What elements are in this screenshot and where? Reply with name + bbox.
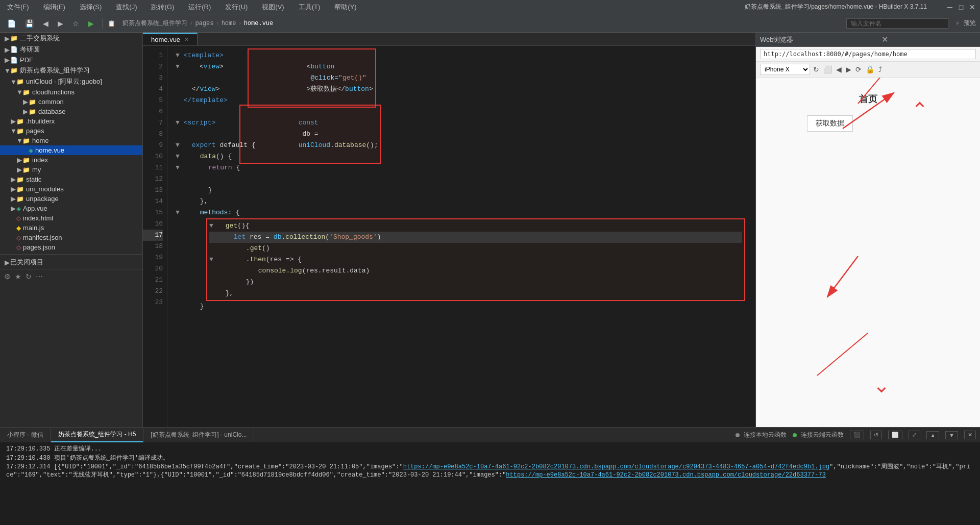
tab-close-icon[interactable]: ✕ [184,36,189,43]
browser-url-input[interactable] [760,49,976,59]
arrow-line-2 [817,333,868,376]
sidebar-item-app-vue[interactable]: ▶ ◈ App.vue [0,204,142,213]
sidebar-item-manifest-json[interactable]: ▶ ◇ manifest.json [0,233,142,242]
maximize-button[interactable]: □ [958,4,965,11]
sidebar-item-unpackage[interactable]: ▶ 📁 unpackage [0,194,142,204]
code-line-22: ▼ }, [209,288,742,299]
code-content[interactable]: ▼ <template> ▼ <view> ▼ <button @click="… [167,46,755,427]
sidebar-item-unicloud[interactable]: ▼ 📁 uniCloud - [阿里云:guobo] [0,76,142,87]
bookmark-button[interactable]: ☆ [69,17,82,30]
breadcrumb-file[interactable]: home.vue [244,20,274,27]
expand-button[interactable]: ⤢ [909,431,920,439]
back-button[interactable]: ◀ [40,17,52,30]
browser-close-button[interactable]: ✕ [881,35,888,44]
menu-find[interactable]: 查找(J) [113,2,140,13]
file-search-input[interactable] [846,18,948,29]
collapse-down-button[interactable]: ▼ [945,431,958,439]
sidebar-item-static[interactable]: ▶ 📁 static [0,174,142,184]
minimize-button[interactable]: ─ [946,4,953,11]
sidebar-more-icon[interactable]: ⋯ [36,272,43,281]
arrow-head-2 [877,384,886,393]
collapse-up-button[interactable]: ▲ [926,431,939,439]
sidebar-item-考研圆[interactable]: ▶ 📄 考研圆 [0,44,142,55]
app-title: 奶茶点餐系统_组件学习/pages/home/home.vue - HBuild… [742,2,930,12]
code-line-15: ▼ methods: { [176,207,755,218]
toolbar: 📄 💾 ◀ ▶ ☆ ▶ 📋 奶茶点餐系统_组件学习 › pages › home… [0,14,980,33]
menu-select[interactable]: 选择(S) [77,2,105,13]
preview-button[interactable]: 预览 [964,19,976,28]
code-block-get: ▼ get(){ ▼ let res = db.collection('Shop… [176,218,755,312]
stop-button[interactable]: ⬛ [850,431,864,439]
browser-lock-icon[interactable]: 🔒 [865,64,875,74]
breadcrumb-home[interactable]: home [222,20,236,27]
sidebar-item-main-js[interactable]: ▶ ◆ main.js [0,223,142,233]
menu-edit[interactable]: 编辑(E) [40,2,68,13]
sidebar-item-milktea[interactable]: ▼ 📁 奶茶点餐系统_组件学习 [0,65,142,76]
browser-refresh-icon[interactable]: ↻ [812,64,820,74]
sidebar-item-my-folder[interactable]: ▶ 📁 my [0,165,142,174]
menu-file[interactable]: 文件(F) [4,2,32,13]
close-button[interactable]: ✕ [969,4,976,11]
sidebar-refresh-icon[interactable]: ↻ [26,272,32,281]
restart-button[interactable]: ↺ [870,431,882,439]
fetch-data-button-preview[interactable]: 获取数据 [807,115,853,132]
browser-share-icon[interactable]: ⤴ [877,64,883,74]
run-button[interactable]: ▶ [85,17,97,30]
svg-line-1 [827,256,858,297]
browser-back-icon[interactable]: ◀ [835,64,843,74]
code-line-17: ▼ let res = db.collection('Shop_goods') [209,232,742,243]
sidebar-item-closed-projects[interactable]: ▶ 已关闭项目 [0,257,142,268]
browser-url-bar [756,47,980,62]
sidebar-item-pages[interactable]: ▼ 📁 pages [0,126,142,136]
device-selector[interactable]: iPhone X iPhone 6/7/8 iPad [760,64,810,75]
editor-area: home.vue ✕ 12345 678910 1112131415 1617 … [143,33,755,427]
sidebar-item-index-html[interactable]: ▶ ◇ index.html [0,213,142,223]
menu-publish[interactable]: 发行(U) [222,2,251,13]
run-tab-miniprogram[interactable]: 小程序 - 微信 [0,428,51,442]
sidebar-item-home-vue[interactable]: ▶ ◈ home.vue [0,145,142,155]
tab-home-vue[interactable]: home.vue ✕ [143,33,198,45]
line-numbers: 12345 678910 1112131415 1617 18192021222… [143,46,167,427]
console-link-1[interactable]: https://mp-e9e8a52c-10a7-4a61-92c2-2b082… [403,463,829,470]
browser-forward-icon[interactable]: ▶ [845,64,852,74]
sidebar-item-pages-json[interactable]: ▶ ◇ pages.json [0,242,142,252]
menu-goto[interactable]: 跳转(G) [148,2,177,13]
code-line-12 [176,173,755,185]
run-tab-h5[interactable]: 奶茶点餐系统_组件学习 - H5 [51,428,144,442]
sidebar-item-uni-modules[interactable]: ▶ 📁 uni_modules [0,184,142,194]
console-line-3: 17:29:12.314 [{"UID":"10001","_id":"6418… [6,463,974,479]
browser-reload-icon[interactable]: ⟳ [854,64,863,74]
browser-inspect-icon[interactable]: ⬜ [822,64,833,74]
sidebar-item-hbuilderx[interactable]: ▶ 📁 .hbuilderx [0,116,142,126]
local-cloud-dot [736,433,740,437]
menu-run[interactable]: 运行(R) [185,2,214,13]
sidebar-item-二手交易系统[interactable]: ▶ 📁 二手交易系统 [0,33,142,44]
sidebar-item-cloudfunctions[interactable]: ▼ 📁 cloudfunctions [0,87,142,97]
run-tab-uniclo[interactable]: [奶茶点餐系统_组件学习] - uniClo... [143,428,254,442]
code-line-3: ▼ <button @click="get()" >获取数据</button> [176,72,755,84]
console-link-2[interactable]: https://mp-e9e8a52c-10a7-4a61-92c2-2b082… [506,471,826,479]
menu-tools[interactable]: 工具(T) [296,2,324,13]
menu-view[interactable]: 视图(V) [259,2,287,13]
sidebar-item-database[interactable]: ▶ 📁 database [0,107,142,116]
sidebar-item-common[interactable]: ▶ 📁 common [0,97,142,107]
sidebar-settings-icon[interactable]: ⚙ [4,272,11,281]
console-output: 17:29:10.335 正在差量编译... 17:29:10.430 项目'奶… [0,442,980,525]
sidebar-item-index-folder[interactable]: ▶ 📁 index [0,155,142,165]
browser-content: 首页 获取数据 [756,78,980,427]
breadcrumb-project[interactable]: 奶茶点餐系统_组件学习 [122,19,187,28]
breadcrumb-pages[interactable]: pages [195,20,213,27]
sidebar-add-icon[interactable]: ★ [15,272,21,281]
code-line-13: ▼ } [176,185,755,196]
save-button[interactable]: 💾 [22,17,37,30]
browser-device-bar: iPhone X iPhone 6/7/8 iPad ↻ ⬜ ◀ ▶ ⟳ 🔒 ⤴ [756,62,980,78]
sidebar-item-pdf[interactable]: ▶ 📄 PDF [0,55,142,65]
new-file-button[interactable]: 📄 [4,17,19,30]
cloud-status: 连接云端云函数 [793,431,844,439]
code-editor[interactable]: 12345 678910 1112131415 1617 18192021222… [143,46,755,427]
close-panel-button[interactable]: ✕ [964,431,976,439]
open-browser-button[interactable]: ⬜ [888,431,902,439]
forward-button[interactable]: ▶ [55,17,66,30]
sidebar-item-home-folder[interactable]: ▼ 📁 home [0,136,142,145]
menu-help[interactable]: 帮助(Y) [331,2,359,13]
